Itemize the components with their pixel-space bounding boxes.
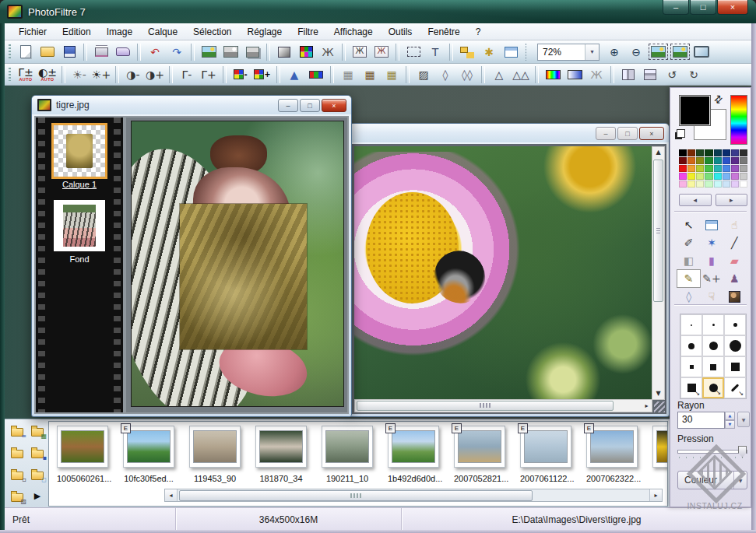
tiger-window-titlebar[interactable]: tigre.jpg –□× [32,96,351,114]
pattern-light-icon[interactable]: ▦ [338,65,358,84]
palette-color[interactable] [687,165,695,172]
menu-item[interactable]: Fichier [11,24,55,40]
vertical-scroll-thumb[interactable] [653,160,663,302]
palette-color[interactable] [687,157,695,164]
thumbnail-card[interactable]: E [454,426,505,468]
sharpen-more-icon[interactable]: △△ [511,65,531,84]
close-button[interactable]: × [322,99,346,112]
magic-wand-icon[interactable]: ✶ [700,234,723,251]
palette-color[interactable] [687,181,695,188]
palette-color[interactable] [714,165,722,172]
palette-color[interactable] [731,173,739,180]
scroll-left-icon[interactable]: ◂ [165,489,178,501]
menu-item[interactable]: ? [468,24,489,40]
thumbnail[interactable]: 181870_34 [255,426,307,494]
saturation-plus-icon[interactable]: + [252,65,273,84]
selection-manager-icon[interactable] [700,216,723,233]
palette-prev-button[interactable]: ◂ [679,194,712,206]
palette-color[interactable] [714,157,722,164]
palette-color[interactable] [714,149,722,156]
fit-image-icon[interactable] [648,43,668,61]
new-document-icon[interactable] [16,43,36,61]
thumbnail[interactable]: E 10fc30f5ed... [123,426,174,494]
layer-item[interactable]: Calque 1 [47,125,112,189]
thumbnail-card[interactable] [652,426,668,468]
layer-thumbnail[interactable] [54,200,105,251]
menu-item[interactable]: Sélection [185,24,239,40]
gamma-minus-icon[interactable]: Γ- [177,65,197,84]
palette-color[interactable] [687,173,695,180]
restore-button[interactable]: □ [617,127,638,140]
gamma-plus-icon[interactable]: Γ+ [199,65,219,84]
eraser-tool-icon[interactable]: ▰ [723,252,746,269]
palette-color[interactable] [705,173,712,180]
close-button[interactable]: × [717,0,748,15]
rayon-input[interactable]: 30 [677,412,725,429]
zoom-combobox[interactable]: 72% ▾ [537,44,600,61]
palette-color[interactable] [723,149,730,156]
palette-color[interactable] [696,181,704,188]
palette-color[interactable] [705,181,712,188]
rayon-dropdown[interactable]: ▼ [737,412,750,427]
advanced-brush-icon[interactable]: ✎+ [700,270,723,287]
figure-copy-icon[interactable]: Ж [350,43,370,61]
brush-tool-icon[interactable]: ✎ [677,270,700,287]
brush-square-medium[interactable] [702,356,724,377]
fit-window-icon[interactable] [670,43,690,61]
window-titlebar[interactable]: PhotoFiltre 7 –□× [0,0,756,23]
menu-item[interactable]: Affichage [326,24,381,40]
pipette-tool-icon[interactable]: ✐ [677,234,700,251]
dither-icon[interactable]: ▨ [413,65,434,84]
text-tool-icon[interactable]: T [425,43,445,61]
rotate-right-icon[interactable]: ↻ [684,65,704,84]
palette-color[interactable] [740,149,747,156]
folder-open-icon[interactable] [9,446,25,459]
palette-color[interactable] [740,157,747,164]
minimize-button[interactable]: – [596,127,616,140]
open-folder-icon[interactable] [37,43,58,61]
palette-color[interactable] [723,157,730,164]
thumbnail[interactable]: 119453_90 [189,426,241,494]
horizontal-scroll-thumb[interactable] [357,401,614,411]
palette-color[interactable] [740,173,747,180]
browser-scrollbar[interactable]: ◂ ▸ [164,489,663,502]
image-landscape-icon[interactable] [199,43,219,61]
minimize-button[interactable]: – [278,99,298,112]
color-grid-icon[interactable] [296,43,316,61]
saturation-minus-icon[interactable]: - [230,65,251,84]
flower-window-titlebar[interactable]: –□× [350,124,669,142]
thumbnail[interactable]: E 2007062322... [586,426,638,494]
contrast-plus-icon[interactable]: ◑+ [145,65,165,84]
menu-item[interactable]: Edition [55,24,99,40]
auto-contrast-icon[interactable]: ◐±AUTO [37,65,58,84]
line-tool-icon[interactable]: ╱ [723,234,746,251]
save-icon[interactable] [59,43,79,61]
auto-levels-icon[interactable]: Γ±AUTO [16,65,36,84]
menu-item[interactable]: Outils [381,24,420,40]
smudge-tool-icon[interactable]: ☟ [700,288,723,305]
thumbnail[interactable]: E 2007052821... [454,426,505,494]
selection-marquee-icon[interactable] [403,43,424,61]
gradient-box-icon[interactable] [274,43,294,61]
scroll-down-icon[interactable]: ▼ [652,388,664,399]
folder-selection-icon[interactable]: ▫ [9,468,25,481]
brush-slash-variable[interactable]: ↘ [724,377,746,398]
sharpen-icon[interactable]: △ [489,65,509,84]
zoom-in-icon[interactable]: ⊕ [604,43,624,61]
cursor-tool-icon[interactable]: ↖ [677,216,700,233]
rayon-stepper[interactable]: ▲ ▼ [725,412,735,427]
resize-grip[interactable] [654,402,665,412]
palette-next-button[interactable]: ▸ [716,194,748,206]
minimize-button[interactable]: – [663,0,689,15]
foreground-color-chip[interactable] [679,95,711,126]
palette-color[interactable] [714,181,722,188]
slider-thumb[interactable] [738,446,747,458]
thumbnail-card[interactable] [255,426,307,468]
palette-color[interactable] [696,165,704,172]
palette-color[interactable] [696,157,704,164]
brush-dot-large[interactable] [724,314,746,335]
menu-item[interactable]: Filtre [290,24,326,40]
thumbnail[interactable]: E 1b492d6d0d... [388,426,439,494]
palette-color[interactable] [731,149,739,156]
explorer-tree-icon[interactable] [457,43,477,61]
